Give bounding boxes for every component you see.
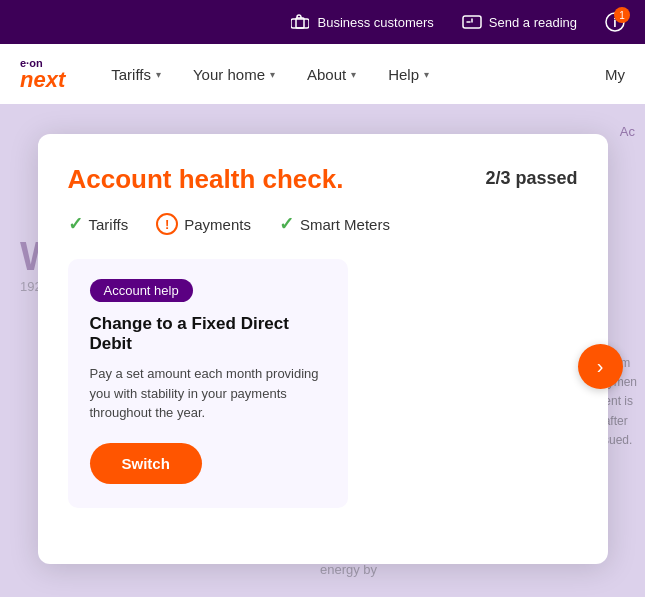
your-home-chevron-icon: ▾ [270, 69, 275, 80]
nav-tariffs-label: Tariffs [111, 66, 151, 83]
tariffs-check-label: Tariffs [89, 216, 129, 233]
send-reading-label: Send a reading [489, 15, 577, 30]
card-description: Pay a set amount each month providing yo… [90, 364, 326, 423]
nav-my[interactable]: My [605, 66, 625, 83]
modal-overlay: Account health check. 2/3 passed ✓ Tarif… [0, 104, 645, 597]
account-help-badge: Account help [90, 279, 193, 302]
notification-badge: 1 [614, 7, 630, 23]
meter-icon [462, 12, 482, 32]
nav-your-home[interactable]: Your home ▾ [177, 44, 291, 104]
health-check-modal: Account health check. 2/3 passed ✓ Tarif… [38, 134, 608, 564]
send-reading-link[interactable]: Send a reading [462, 12, 577, 32]
top-bar: Business customers Send a reading i 1 [0, 0, 645, 44]
nav-help[interactable]: Help ▾ [372, 44, 445, 104]
tariffs-chevron-icon: ▾ [156, 69, 161, 80]
svg-rect-1 [291, 19, 309, 28]
next-arrow-button[interactable]: › [578, 344, 623, 389]
next-arrow-icon: › [597, 355, 604, 378]
nav-items: Tariffs ▾ Your home ▾ About ▾ Help ▾ [95, 44, 605, 104]
nav-tariffs[interactable]: Tariffs ▾ [95, 44, 177, 104]
nav-about[interactable]: About ▾ [291, 44, 372, 104]
account-help-card: Account help Change to a Fixed Direct De… [68, 259, 348, 508]
nav-my-label: My [605, 66, 625, 83]
business-customers-label: Business customers [317, 15, 433, 30]
about-chevron-icon: ▾ [351, 69, 356, 80]
nav-about-label: About [307, 66, 346, 83]
modal-title: Account health check. [68, 164, 344, 195]
check-tariffs: ✓ Tariffs [68, 213, 129, 235]
help-chevron-icon: ▾ [424, 69, 429, 80]
smart-meters-check-icon: ✓ [279, 213, 294, 235]
payments-check-label: Payments [184, 216, 251, 233]
payments-warn-icon: ! [156, 213, 178, 235]
check-items: ✓ Tariffs ! Payments ✓ Smart Meters [68, 213, 578, 235]
briefcase-icon [290, 12, 310, 32]
notification-link[interactable]: i 1 [605, 12, 625, 32]
notification-icon-wrap: i 1 [605, 12, 625, 32]
tariffs-check-icon: ✓ [68, 213, 83, 235]
check-smart-meters: ✓ Smart Meters [279, 213, 390, 235]
smart-meters-check-label: Smart Meters [300, 216, 390, 233]
switch-button[interactable]: Switch [90, 443, 202, 484]
card-title: Change to a Fixed Direct Debit [90, 314, 326, 354]
modal-header: Account health check. 2/3 passed [68, 164, 578, 195]
business-customers-link[interactable]: Business customers [290, 12, 433, 32]
modal-score: 2/3 passed [485, 168, 577, 189]
logo[interactable]: e·on next [20, 58, 65, 91]
check-payments: ! Payments [156, 213, 251, 235]
nav-bar: e·on next Tariffs ▾ Your home ▾ About ▾ … [0, 44, 645, 104]
logo-next: next [20, 69, 65, 91]
nav-help-label: Help [388, 66, 419, 83]
nav-your-home-label: Your home [193, 66, 265, 83]
